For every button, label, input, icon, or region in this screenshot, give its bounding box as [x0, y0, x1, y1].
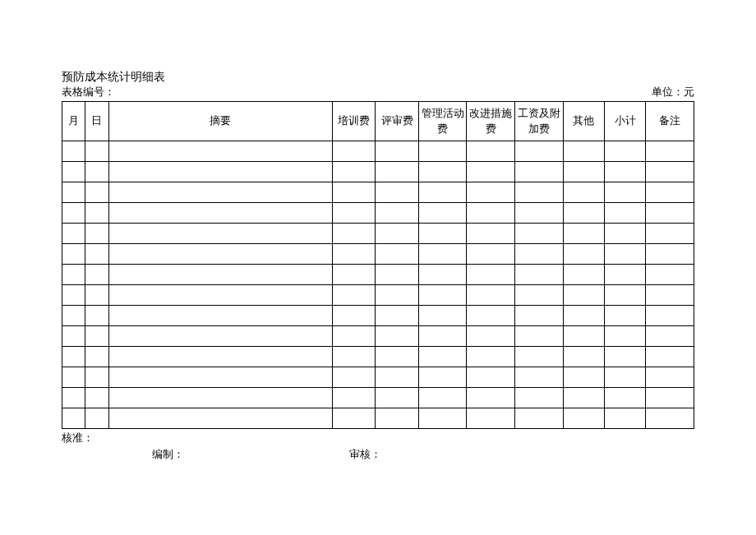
table-cell [646, 367, 694, 388]
table-cell [467, 326, 515, 347]
table-row [62, 224, 694, 244]
form-number-label: 表格编号： [62, 85, 115, 99]
table-cell [563, 326, 604, 347]
table-cell [563, 265, 604, 285]
table-cell [418, 203, 467, 224]
table-cell [376, 265, 418, 285]
table-cell [514, 326, 563, 347]
table-cell [332, 306, 375, 326]
table-cell [646, 326, 694, 347]
table-row [62, 182, 694, 203]
footer-audit: 审核： [349, 447, 381, 462]
table-cell [108, 347, 332, 367]
table-row [62, 203, 694, 224]
table-cell [604, 203, 645, 224]
table-cell [646, 182, 694, 203]
footer-compile: 编制： [152, 447, 349, 462]
table-cell [376, 182, 418, 203]
table-cell [467, 347, 515, 367]
table-cell [514, 162, 563, 182]
table-cell [563, 141, 604, 162]
table-cell [604, 388, 645, 408]
table-cell [467, 224, 515, 244]
table-cell [646, 141, 694, 162]
table-cell [332, 285, 375, 306]
table-cell [604, 285, 645, 306]
table-cell [467, 182, 515, 203]
table-cell [108, 306, 332, 326]
table-cell [418, 162, 467, 182]
table-cell [85, 244, 108, 265]
table-cell [563, 162, 604, 182]
table-cell [467, 408, 515, 429]
table-cell [604, 347, 645, 367]
table-cell [467, 306, 515, 326]
table-cell [604, 326, 645, 347]
table-cell [376, 224, 418, 244]
table-cell [85, 367, 108, 388]
table-cell [418, 347, 467, 367]
table-cell [376, 244, 418, 265]
table-cell [514, 285, 563, 306]
table-cell [514, 203, 563, 224]
table-cell [85, 347, 108, 367]
table-cell [604, 182, 645, 203]
table-cell [604, 306, 645, 326]
table-cell [62, 347, 85, 367]
table-cell [62, 285, 85, 306]
table-cell [108, 265, 332, 285]
footer-row2: 编制： 审核： [62, 447, 694, 462]
table-header-row: 月 日 摘要 培训费 评审费 管理活动费 改进措施费 工资及附加费 其他 小计 … [62, 102, 694, 141]
table-cell [563, 306, 604, 326]
table-cell [604, 162, 645, 182]
table-cell [332, 224, 375, 244]
table-cell [418, 285, 467, 306]
table-cell [332, 265, 375, 285]
col-day: 日 [85, 102, 108, 141]
table-cell [563, 203, 604, 224]
table-cell [332, 141, 375, 162]
header-row: 表格编号： 单位：元 [62, 85, 694, 99]
table-cell [514, 244, 563, 265]
table-cell [467, 265, 515, 285]
table-cell [467, 388, 515, 408]
table-cell [376, 162, 418, 182]
table-cell [604, 224, 645, 244]
table-row [62, 244, 694, 265]
table-row [62, 388, 694, 408]
table-cell [108, 244, 332, 265]
table-cell [62, 367, 85, 388]
table-cell [85, 224, 108, 244]
col-improvement-fee: 改进措施费 [467, 102, 515, 141]
table-cell [376, 388, 418, 408]
table-cell [467, 162, 515, 182]
table-cell [62, 388, 85, 408]
table-cell [376, 285, 418, 306]
table-cell [563, 244, 604, 265]
table-cell [418, 265, 467, 285]
table-cell [332, 203, 375, 224]
table-cell [418, 182, 467, 203]
table-cell [108, 141, 332, 162]
table-cell [376, 347, 418, 367]
table-cell [376, 141, 418, 162]
table-cell [85, 141, 108, 162]
table-cell [467, 141, 515, 162]
col-other: 其他 [563, 102, 604, 141]
table-cell [62, 141, 85, 162]
unit-label: 单位：元 [652, 85, 694, 99]
col-training-fee: 培训费 [332, 102, 375, 141]
table-cell [467, 244, 515, 265]
table-cell [376, 306, 418, 326]
table-row [62, 408, 694, 429]
table-cell [514, 388, 563, 408]
table-cell [418, 224, 467, 244]
col-note: 备注 [646, 102, 694, 141]
table-cell [85, 182, 108, 203]
table-row [62, 326, 694, 347]
table-cell [376, 367, 418, 388]
table-cell [108, 182, 332, 203]
table-cell [376, 408, 418, 429]
table-cell [332, 388, 375, 408]
table-cell [646, 347, 694, 367]
